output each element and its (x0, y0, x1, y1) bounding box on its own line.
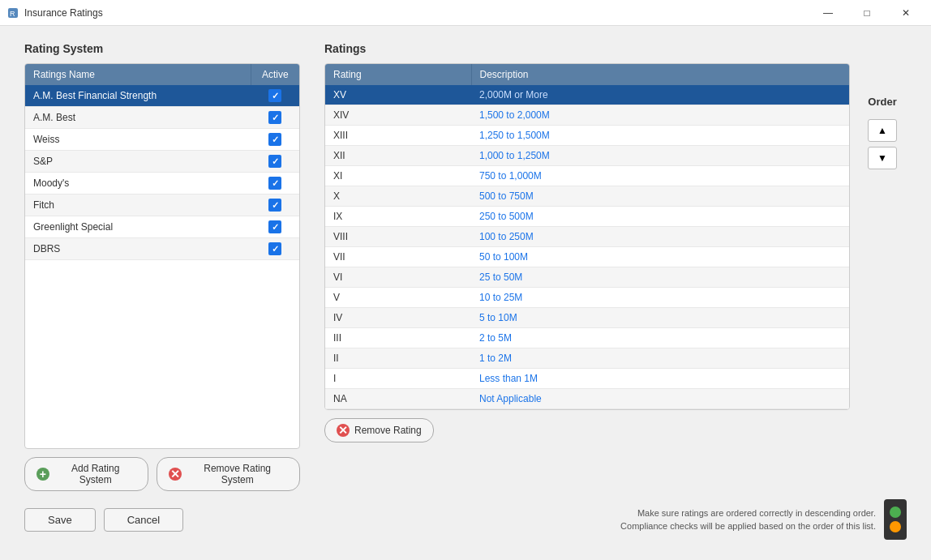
rating-system-row[interactable]: Weiss (25, 129, 299, 151)
order-down-button[interactable]: ▼ (868, 147, 897, 169)
rating-description: 250 to 500M (471, 207, 849, 227)
rating-system-name: Moody's (25, 173, 251, 195)
maximize-button[interactable]: □ (848, 0, 886, 26)
rating-description: 1,000 to 1,250M (471, 146, 849, 166)
rating-system-name: A.M. Best (25, 107, 251, 129)
rating-system-name: DBRS (25, 238, 251, 260)
footer-note-line2: Compliance checks will be applied based … (620, 521, 876, 531)
title-bar: R Insurance Ratings — □ ✕ (0, 0, 931, 26)
ratings-row[interactable]: X 500 to 750M (325, 186, 849, 207)
rating-value: VI (325, 267, 471, 288)
ratings-row[interactable]: XIII 1,250 to 1,500M (325, 126, 849, 146)
ratings-row[interactable]: IX 250 to 500M (325, 207, 849, 227)
rating-value: III (325, 328, 471, 348)
rating-system-name: S&P (25, 151, 251, 173)
rating-description: 10 to 25M (471, 288, 849, 308)
active-checkbox[interactable] (268, 220, 281, 233)
rating-value: VIII (325, 227, 471, 247)
remove-rating-button[interactable]: ✕ Remove Rating (324, 418, 434, 442)
rating-system-row[interactable]: S&P (25, 151, 299, 173)
rating-value: XI (325, 166, 471, 186)
window-title: Insurance Ratings (24, 7, 809, 19)
rating-description: 1,250 to 1,500M (471, 126, 849, 146)
footer-note: Make sure ratings are ordered correctly … (620, 507, 876, 533)
ratings-row[interactable]: NA Not Applicable (325, 389, 849, 409)
rating-system-row[interactable]: A.M. Best (25, 107, 299, 129)
rating-description: 100 to 250M (471, 227, 849, 247)
rating-system-active-cell (251, 216, 299, 238)
rating-system-active-cell (251, 107, 299, 129)
close-button[interactable]: ✕ (887, 0, 925, 26)
rating-system-name: Fitch (25, 195, 251, 216)
minimize-button[interactable]: — (809, 0, 847, 26)
ratings-row[interactable]: V 10 to 25M (325, 288, 849, 308)
rating-value: XIII (325, 126, 471, 146)
panels-container: Rating System Ratings Name Active A.M. B… (24, 42, 907, 491)
traffic-light-green (890, 507, 901, 518)
rating-system-active-cell (251, 85, 299, 107)
traffic-light-indicator (884, 499, 907, 540)
active-checkbox[interactable] (268, 155, 281, 168)
ratings-row[interactable]: IV 5 to 10M (325, 308, 849, 328)
rating-value: XII (325, 146, 471, 166)
app-icon: R (6, 6, 19, 19)
col-description: Description (471, 64, 849, 85)
chevron-up-icon: ▲ (877, 125, 887, 136)
rating-description: Less than 1M (471, 369, 849, 389)
rating-description: 2,000M or More (471, 85, 849, 105)
active-checkbox[interactable] (268, 133, 281, 146)
rating-system-row[interactable]: Moody's (25, 173, 299, 195)
ratings-row[interactable]: III 2 to 5M (325, 328, 849, 348)
footer: Save Cancel Make sure ratings are ordere… (24, 491, 907, 544)
rating-system-buttons: + Add Rating System ✕ Remove Rating Syst… (24, 457, 300, 491)
rating-description: 2 to 5M (471, 328, 849, 348)
rating-system-row[interactable]: Fitch (25, 195, 299, 216)
rating-system-active-cell (251, 238, 299, 260)
ratings-wrapper: Rating Description XV 2,000M or More XIV… (324, 63, 907, 442)
rating-system-header-row: Ratings Name Active (25, 64, 299, 85)
rating-system-row[interactable]: Greenlight Special (25, 216, 299, 238)
rating-value: I (325, 369, 471, 389)
svg-text:R: R (10, 10, 15, 18)
active-checkbox[interactable] (268, 111, 281, 124)
add-rating-system-button[interactable]: + Add Rating System (24, 457, 148, 491)
ratings-row[interactable]: II 1 to 2M (325, 348, 849, 369)
rating-system-active-cell (251, 173, 299, 195)
ratings-row[interactable]: XII 1,000 to 1,250M (325, 146, 849, 166)
ratings-row[interactable]: XV 2,000M or More (325, 85, 849, 105)
active-checkbox[interactable] (268, 242, 281, 255)
footer-buttons: Save Cancel (24, 508, 183, 532)
rating-system-active-cell (251, 129, 299, 151)
rating-value: NA (325, 389, 471, 409)
add-rating-system-label: Add Rating System (54, 463, 137, 485)
rating-system-row[interactable]: A.M. Best Financial Strength (25, 85, 299, 107)
ratings-row[interactable]: XIV 1,500 to 2,000M (325, 105, 849, 126)
ratings-row[interactable]: I Less than 1M (325, 369, 849, 389)
save-button[interactable]: Save (24, 508, 96, 532)
remove-rating-system-button[interactable]: ✕ Remove Rating System (157, 457, 300, 491)
cancel-button[interactable]: Cancel (104, 508, 183, 532)
rating-description: 500 to 750M (471, 186, 849, 207)
rating-system-title: Rating System (24, 42, 300, 55)
rating-value: VII (325, 247, 471, 267)
rating-description: 750 to 1,000M (471, 166, 849, 186)
ratings-row[interactable]: VI 25 to 50M (325, 267, 849, 288)
rating-value: XIV (325, 105, 471, 126)
ratings-row[interactable]: VII 50 to 100M (325, 247, 849, 267)
remove-rating-system-label: Remove Rating System (187, 463, 288, 485)
order-up-button[interactable]: ▲ (868, 119, 897, 142)
ratings-row[interactable]: VIII 100 to 250M (325, 227, 849, 247)
rating-description: 50 to 100M (471, 247, 849, 267)
ratings-row[interactable]: XI 750 to 1,000M (325, 166, 849, 186)
order-label: Order (868, 96, 896, 108)
traffic-light-orange (890, 521, 901, 532)
active-checkbox[interactable] (268, 89, 281, 102)
rating-system-box: Ratings Name Active A.M. Best Financial … (24, 63, 300, 449)
rating-system-section: Rating System Ratings Name Active A.M. B… (24, 42, 300, 491)
active-checkbox[interactable] (268, 199, 281, 212)
rating-system-row[interactable]: DBRS (25, 238, 299, 260)
ratings-header-row: Rating Description (325, 64, 849, 85)
footer-note-line1: Make sure ratings are ordered correctly … (637, 508, 876, 518)
col-ratings-name: Ratings Name (25, 64, 251, 85)
active-checkbox[interactable] (268, 177, 281, 190)
